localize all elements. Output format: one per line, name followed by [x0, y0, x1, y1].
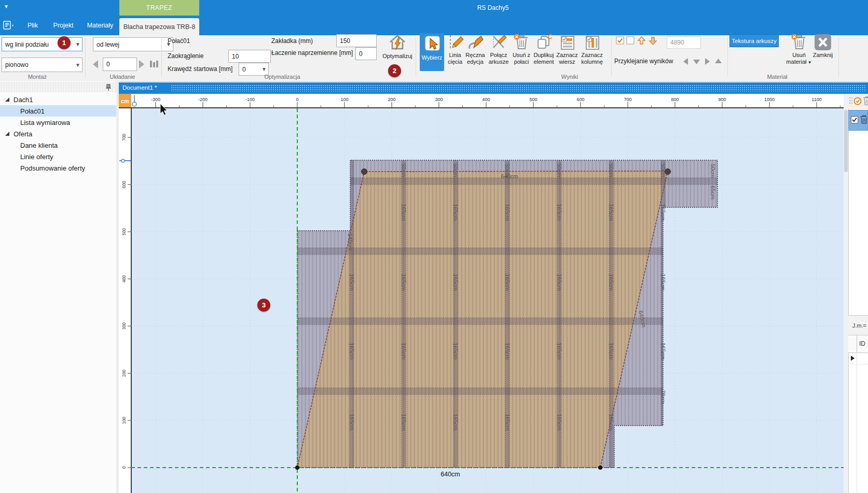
annotation-badge-3: 3	[257, 299, 270, 312]
tree-item-label: Podsumowanie oferty	[20, 164, 85, 172]
check-all-icon[interactable]	[853, 97, 862, 106]
tree-expander-icon[interactable]	[4, 96, 10, 103]
usun-z-polaci-button[interactable]: Usuń zpołaci	[510, 33, 533, 65]
group-separator	[727, 37, 728, 77]
linia-ciecia-button[interactable]: Liniacięcia	[445, 33, 465, 65]
group-separator	[838, 37, 839, 77]
snap-value-input[interactable]: 4890	[667, 36, 701, 49]
dropdown-arrow-icon: ▼	[806, 60, 811, 65]
tree-item-label: Dach1	[13, 96, 33, 104]
snap-checked-icon[interactable]	[616, 36, 625, 47]
zamknij-button[interactable]: Zamknij	[809, 33, 836, 59]
tab-materialy[interactable]: Materiały	[82, 16, 118, 35]
trash-icon	[513, 33, 530, 52]
select-column-icon	[583, 33, 601, 52]
drag-handle-icon[interactable]	[849, 97, 853, 106]
snap-down-button[interactable]	[692, 57, 701, 68]
app-menu-button[interactable]	[3, 20, 15, 31]
tree-item-podsumowanie-oferty[interactable]: Podsumowanie oferty	[0, 162, 116, 174]
tree-item-dane-klienta[interactable]: Dane klienta	[0, 139, 116, 151]
tab-projekt[interactable]: Projekt	[48, 16, 79, 35]
group-label-material: Materiał	[746, 74, 808, 81]
snap-left-button[interactable]	[681, 57, 691, 68]
tree-item-oferta[interactable]: Oferta	[0, 128, 116, 139]
group-label-optymalizacja: Optymalizacja	[251, 74, 313, 81]
snap-unchecked-icon[interactable]	[626, 36, 635, 47]
przyklejanie-label: Przyklejanie wyników	[614, 57, 673, 65]
laczenie-input[interactable]: 0	[355, 47, 377, 60]
close-icon	[814, 33, 832, 52]
tree-item-po-a-01[interactable]: Połać01	[0, 105, 116, 117]
tree-item-lista-wymiarowa[interactable]: Lista wymiarowa	[0, 117, 116, 128]
trash-icon	[790, 33, 808, 52]
trash-icon[interactable]	[863, 96, 868, 106]
zaznacz-kolumne-button[interactable]: Zaznaczkolumnę	[578, 33, 606, 65]
app-title: RS Dachy5	[441, 0, 545, 16]
tree-panel-header	[0, 82, 116, 92]
unit-column-header: J.m.=	[848, 315, 868, 335]
cut-line-icon	[446, 33, 464, 52]
zakladka-input[interactable]: 150	[336, 34, 377, 47]
snap-right-button[interactable]	[702, 57, 712, 68]
ruler-edge-line	[119, 107, 844, 108]
montaz-direction-combo[interactable]: pionowo▼	[2, 58, 82, 72]
laczenie-label: Łaczenie naprzemienne [mm]	[271, 49, 353, 57]
tree-item-label: Dane klienta	[20, 142, 58, 149]
tree-item-label: Linie oferty	[20, 153, 53, 161]
vertical-ruler[interactable]	[119, 108, 131, 493]
manual-edit-pen-icon	[466, 33, 484, 52]
canvas-scrollbar-thumb[interactable]	[844, 110, 848, 172]
panel-grid-line	[848, 364, 868, 364]
ruler-edge-line	[131, 107, 132, 493]
krawedz-label: Krawędź startowa [mm]	[168, 65, 232, 73]
optimize-house-lightning-icon	[388, 33, 407, 53]
group-separator	[85, 37, 86, 77]
tab-plik[interactable]: Plik	[21, 16, 45, 35]
zaokraglenie-label: Zaokrąglenie	[168, 52, 203, 60]
ruler-unit-badge[interactable]: cm	[119, 94, 131, 108]
contextual-tab-trapez[interactable]: TRAPEZ	[119, 0, 199, 16]
horizontal-ruler[interactable]	[131, 94, 844, 108]
group-label-wyniki: Wyniki	[539, 74, 601, 81]
wybierz-button[interactable]: Wybierz	[420, 33, 444, 71]
snap-down-arrow-icon[interactable]	[648, 36, 658, 48]
chevron-down-icon: ▼	[74, 41, 82, 47]
zaznacz-wiersz-button[interactable]: Zaznaczwiersz	[554, 33, 581, 65]
selected-result-cell[interactable]	[848, 110, 868, 131]
tree-item-label: Połać01	[20, 107, 45, 115]
snap-up-arrow-icon[interactable]	[637, 36, 646, 48]
tree-item-label: Oferta	[13, 130, 32, 138]
snap-up-button[interactable]	[713, 57, 723, 68]
group-separator	[611, 37, 612, 77]
document-tab[interactable]: Document1 *	[122, 84, 157, 91]
row-expander-icon[interactable]	[850, 355, 855, 361]
annotation-badge-2: 2	[388, 64, 401, 77]
tekstura-arkuszy-button[interactable]: Tekstura arkuszy	[729, 34, 779, 47]
reczna-edycja-button[interactable]: Ręcznaedycja	[465, 33, 486, 65]
annotation-badge-1: 1	[58, 36, 71, 49]
select-row-icon	[558, 33, 576, 52]
select-cursor-icon	[423, 34, 441, 53]
zaokraglenie-input[interactable]: 10	[228, 50, 271, 63]
quick-access-chevron-icon[interactable]: ▼	[4, 4, 9, 9]
surface-name-label: Połać01	[168, 37, 190, 45]
offset-input[interactable]: 0	[103, 58, 137, 71]
drawing-canvas[interactable]	[131, 108, 844, 493]
group-label-ukladanie: Układanie	[91, 74, 154, 81]
tab-blacha-trapezowa[interactable]: Blacha trapezowa TRB-8	[119, 18, 199, 35]
trash-icon[interactable]	[860, 115, 867, 125]
offset-right-button[interactable]	[137, 59, 146, 72]
result-checkbox[interactable]	[851, 116, 859, 124]
zakladka-label: Zakładka (mm)	[271, 37, 313, 45]
offset-left-button[interactable]	[91, 59, 100, 72]
tree-item-dach1[interactable]: Dach1	[0, 94, 116, 105]
side-panel-header	[848, 94, 868, 109]
tree-item-linie-oferty[interactable]: Linie oferty	[0, 151, 116, 162]
polacz-arkusze-button[interactable]: Połączarkusze	[487, 33, 511, 65]
tree-expander-icon[interactable]	[4, 131, 10, 137]
group-separator	[161, 37, 162, 77]
columns-icon[interactable]	[149, 59, 159, 71]
group-separator	[416, 37, 416, 77]
pin-icon[interactable]	[104, 83, 113, 92]
optymalizuj-button[interactable]: Optymalizuj	[381, 33, 414, 60]
